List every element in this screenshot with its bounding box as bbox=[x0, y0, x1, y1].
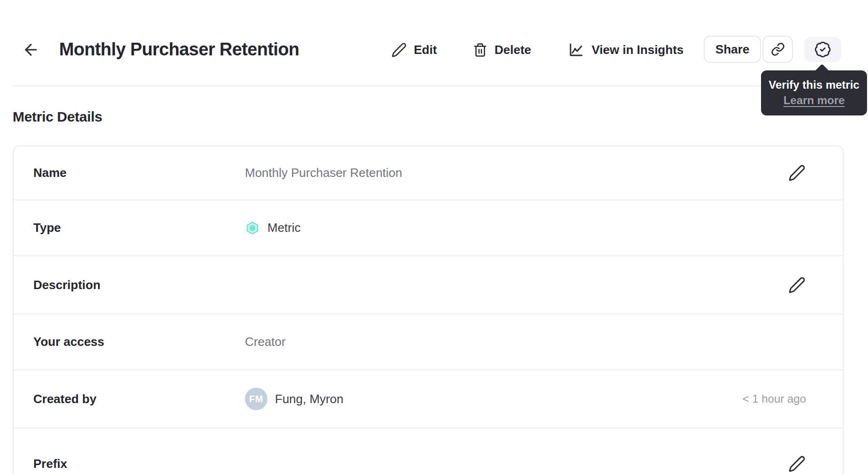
row-label: Description bbox=[33, 278, 245, 292]
edit-label: Edit bbox=[414, 43, 437, 57]
metric-hexagon-icon bbox=[245, 221, 260, 236]
edit-button[interactable]: Edit bbox=[391, 37, 437, 63]
row-value: Monthly Purchaser Retention bbox=[245, 166, 776, 180]
metric-details-page: Monthly Purchaser Retention Edit Delete bbox=[0, 0, 868, 474]
edit-name-button[interactable] bbox=[787, 164, 806, 183]
tooltip-title: Verify this metric bbox=[766, 78, 862, 92]
delete-label: Delete bbox=[495, 43, 531, 57]
type-value: Metric bbox=[267, 221, 301, 235]
detail-row-prefix: Prefix bbox=[14, 428, 843, 474]
verified-badge-icon bbox=[814, 41, 831, 58]
row-value: Metric bbox=[245, 221, 806, 236]
back-button[interactable] bbox=[21, 39, 41, 60]
trash-icon bbox=[473, 43, 487, 57]
detail-row-type: Type Metric bbox=[14, 200, 843, 256]
share-label: Share bbox=[716, 42, 749, 57]
insights-label: View in Insights bbox=[592, 43, 684, 57]
pencil-icon bbox=[788, 276, 806, 294]
created-timestamp: < 1 hour ago bbox=[743, 392, 806, 405]
row-label: Prefix bbox=[33, 457, 245, 471]
link-icon bbox=[771, 42, 785, 56]
detail-row-your-access: Your access Creator bbox=[14, 314, 843, 370]
verify-metric-tooltip: Verify this metric Learn more bbox=[761, 70, 867, 115]
copy-link-button[interactable] bbox=[762, 36, 793, 63]
tooltip-learn-more-link[interactable]: Learn more bbox=[766, 94, 862, 107]
header-divider bbox=[12, 85, 844, 86]
pencil-icon bbox=[391, 42, 407, 58]
row-value: Creator bbox=[245, 335, 806, 349]
pencil-icon bbox=[788, 164, 806, 182]
row-label: Your access bbox=[33, 335, 245, 349]
verify-metric-button[interactable] bbox=[804, 37, 841, 62]
arrow-left-icon bbox=[22, 41, 40, 59]
edit-prefix-button[interactable] bbox=[787, 454, 806, 473]
creator-name: Fung, Myron bbox=[275, 392, 343, 406]
detail-row-name: Name Monthly Purchaser Retention bbox=[14, 146, 843, 200]
row-value: FM Fung, Myron bbox=[245, 388, 731, 410]
detail-row-created-by: Created by FM Fung, Myron < 1 hour ago bbox=[14, 370, 843, 428]
row-label: Type bbox=[33, 221, 245, 235]
pencil-icon bbox=[788, 455, 806, 473]
view-in-insights-button[interactable]: View in Insights bbox=[568, 37, 684, 63]
metric-details-card: Name Monthly Purchaser Retention Type bbox=[13, 145, 844, 474]
page-title: Monthly Purchaser Retention bbox=[59, 39, 299, 60]
edit-description-button[interactable] bbox=[787, 275, 806, 294]
share-button[interactable]: Share bbox=[704, 36, 761, 63]
delete-button[interactable]: Delete bbox=[473, 37, 531, 63]
section-title: Metric Details bbox=[13, 109, 102, 125]
detail-row-description: Description bbox=[14, 256, 843, 314]
row-label: Created by bbox=[33, 392, 245, 406]
avatar: FM bbox=[245, 388, 267, 410]
row-label: Name bbox=[33, 166, 245, 180]
line-chart-icon bbox=[568, 41, 585, 58]
